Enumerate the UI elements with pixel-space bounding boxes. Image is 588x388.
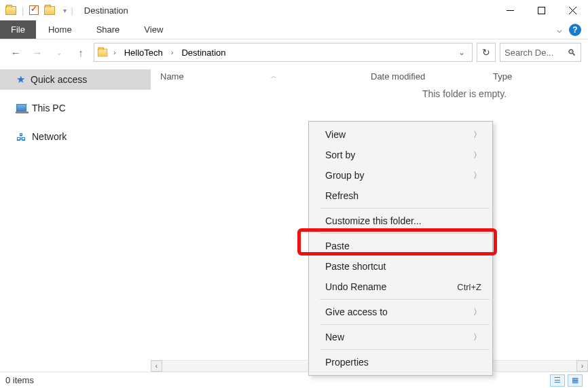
close-button[interactable]	[557, 0, 588, 20]
search-placeholder: Search De...	[504, 48, 553, 58]
file-tab[interactable]: File	[0, 20, 36, 39]
menu-separator	[320, 299, 490, 300]
maximize-button[interactable]	[526, 0, 557, 20]
breadcrumb[interactable]: Destination	[179, 48, 228, 58]
menu-label: Customize this folder...	[325, 215, 422, 226]
menu-label: Properties	[325, 357, 369, 368]
title-bar: | ▾ | Destination	[0, 0, 588, 20]
back-button[interactable]: ←	[7, 43, 24, 61]
menu-item-customize[interactable]: Customize this folder...	[310, 211, 491, 231]
column-headers: Name ︿ Date modified Type	[151, 65, 588, 87]
sidebar-item-label: Network	[32, 131, 67, 142]
tab-view[interactable]: View	[132, 20, 175, 39]
empty-folder-message: This folder is empty.	[151, 87, 588, 99]
tab-home[interactable]: Home	[36, 20, 84, 39]
sidebar: ★ Quick access This PC 🖧 Network	[0, 65, 151, 372]
svg-rect-1	[538, 7, 545, 14]
menu-item-undo-rename[interactable]: Undo Rename Ctrl+Z	[310, 277, 491, 297]
chevron-right-icon[interactable]: ›	[168, 48, 177, 56]
folder-icon[interactable]	[5, 6, 16, 15]
menu-item-paste-shortcut[interactable]: Paste shortcut	[310, 256, 491, 277]
window-title: Destination	[84, 5, 128, 16]
sidebar-item-quick-access[interactable]: ★ Quick access	[0, 69, 151, 90]
new-folder-qat-icon[interactable]	[44, 6, 55, 15]
properties-qat-icon[interactable]	[29, 5, 39, 15]
refresh-button[interactable]: ↻	[477, 43, 496, 62]
menu-label: Undo Rename	[325, 281, 386, 292]
menu-item-sort-by[interactable]: Sort by 〉	[310, 145, 491, 165]
scroll-left-icon[interactable]: ‹	[151, 360, 162, 372]
ribbon: File Home Share View ⌵ ?	[0, 20, 588, 39]
sidebar-item-label: Quick access	[31, 74, 87, 85]
column-header-date[interactable]: Date modified	[371, 71, 493, 82]
menu-item-group-by[interactable]: Group by 〉	[310, 165, 491, 186]
thumbnails-view-button[interactable]: ▦	[568, 374, 583, 387]
minimize-button[interactable]	[494, 0, 526, 20]
menu-item-properties[interactable]: Properties	[310, 352, 491, 372]
menu-label: View	[325, 129, 346, 140]
status-bar: 0 items ☰ ▦	[0, 372, 588, 388]
up-button[interactable]: ↑	[72, 43, 90, 61]
column-header-type[interactable]: Type	[493, 71, 547, 82]
sidebar-item-label: This PC	[32, 103, 66, 113]
menu-item-give-access[interactable]: Give access to 〉	[310, 302, 491, 322]
chevron-right-icon[interactable]: ›	[111, 48, 119, 56]
navigation-bar: ← → ⌄ ↑ › HelloTech › Destination ⌄ ↻ Se…	[0, 39, 588, 65]
details-view-button[interactable]: ☰	[550, 374, 565, 387]
address-bar[interactable]: › HelloTech › Destination ⌄	[94, 43, 473, 62]
menu-label: Refresh	[325, 190, 359, 201]
search-input[interactable]: Search De... 🔍︎	[500, 43, 581, 62]
menu-label: Give access to	[325, 306, 388, 317]
help-icon[interactable]: ?	[569, 24, 581, 36]
menu-item-new[interactable]: New 〉	[310, 327, 491, 347]
column-header-name[interactable]: Name ︿	[160, 71, 371, 82]
menu-shortcut: Ctrl+Z	[457, 282, 481, 292]
sidebar-item-network[interactable]: 🖧 Network	[0, 126, 151, 147]
column-label: Name	[160, 71, 184, 82]
menu-separator	[320, 208, 490, 209]
breadcrumb[interactable]: HelloTech	[122, 48, 166, 58]
context-menu: View 〉 Sort by 〉 Group by 〉 Refresh Cust…	[308, 121, 493, 376]
submenu-arrow-icon: 〉	[473, 170, 481, 181]
menu-label: New	[325, 332, 344, 342]
menu-separator	[320, 233, 490, 234]
submenu-arrow-icon: 〉	[473, 129, 481, 141]
submenu-arrow-icon: 〉	[473, 332, 481, 343]
menu-separator	[320, 324, 490, 325]
menu-item-refresh[interactable]: Refresh	[310, 186, 491, 206]
menu-label: Group by	[325, 170, 365, 181]
quick-access-toolbar: | ▾	[5, 5, 67, 16]
address-dropdown-icon[interactable]: ⌄	[454, 48, 469, 57]
menu-item-view[interactable]: View 〉	[310, 124, 491, 145]
menu-label: Paste	[325, 241, 350, 251]
network-icon: 🖧	[16, 131, 26, 143]
tab-share[interactable]: Share	[84, 20, 132, 39]
main-area: ★ Quick access This PC 🖧 Network Name ︿ …	[0, 65, 588, 372]
menu-label: Sort by	[325, 149, 355, 160]
window-controls	[494, 0, 588, 20]
menu-separator	[320, 349, 490, 350]
divider: |	[71, 5, 73, 16]
submenu-arrow-icon: 〉	[473, 149, 481, 161]
sort-ascending-icon: ︿	[271, 72, 277, 81]
sidebar-item-this-pc[interactable]: This PC	[0, 98, 151, 118]
view-switcher: ☰ ▦	[550, 374, 583, 387]
qat-dropdown-icon[interactable]: ▾	[63, 7, 67, 14]
ribbon-collapse-icon[interactable]: ⌵	[557, 24, 562, 35]
recent-locations-icon[interactable]: ⌄	[50, 43, 68, 61]
computer-icon	[16, 104, 26, 112]
scroll-right-icon[interactable]: ›	[576, 360, 588, 372]
menu-item-paste[interactable]: Paste	[310, 236, 491, 256]
item-count: 0 items	[5, 375, 34, 385]
submenu-arrow-icon: 〉	[473, 306, 481, 318]
folder-icon	[98, 48, 107, 56]
search-icon: 🔍︎	[568, 48, 576, 58]
divider: |	[22, 5, 24, 16]
menu-label: Paste shortcut	[325, 261, 386, 272]
forward-button[interactable]: →	[29, 43, 46, 61]
star-icon: ★	[16, 73, 25, 86]
